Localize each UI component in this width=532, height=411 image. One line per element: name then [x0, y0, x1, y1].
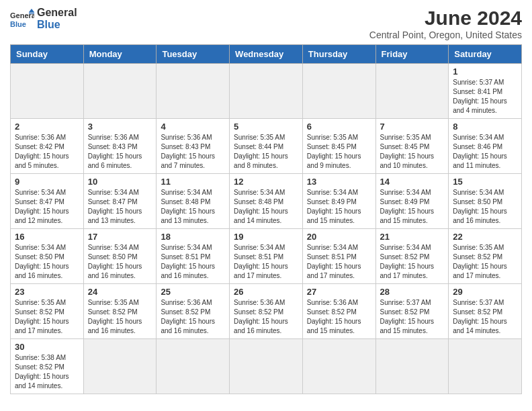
calendar-day-cell: 6Sunrise: 5:35 AM Sunset: 8:45 PM Daylig…	[302, 119, 375, 174]
calendar-day-cell: 17Sunrise: 5:34 AM Sunset: 8:50 PM Dayli…	[83, 229, 157, 284]
column-header-saturday: Saturday	[449, 45, 522, 64]
day-info: Sunrise: 5:34 AM Sunset: 8:50 PM Dayligh…	[88, 243, 152, 281]
generalblue-logo-icon: General Blue	[10, 9, 34, 29]
day-info: Sunrise: 5:34 AM Sunset: 8:48 PM Dayligh…	[161, 188, 225, 226]
title-area: June 2024 Central Point, Oregon, United …	[369, 7, 522, 40]
svg-text:Blue: Blue	[10, 20, 26, 28]
day-info: Sunrise: 5:36 AM Sunset: 8:52 PM Dayligh…	[234, 298, 298, 336]
column-header-thursday: Thursday	[302, 45, 375, 64]
calendar-day-cell: 23Sunrise: 5:35 AM Sunset: 8:52 PM Dayli…	[11, 284, 84, 339]
calendar-day-cell: 22Sunrise: 5:35 AM Sunset: 8:52 PM Dayli…	[449, 229, 522, 284]
day-number: 6	[307, 122, 371, 132]
calendar-day-cell	[302, 64, 375, 119]
day-number: 8	[453, 122, 517, 132]
calendar-week-row: 16Sunrise: 5:34 AM Sunset: 8:50 PM Dayli…	[11, 229, 522, 284]
calendar-day-cell: 14Sunrise: 5:34 AM Sunset: 8:49 PM Dayli…	[375, 174, 449, 229]
day-info: Sunrise: 5:38 AM Sunset: 8:52 PM Dayligh…	[15, 353, 79, 391]
day-number: 15	[453, 177, 517, 187]
calendar-day-cell: 29Sunrise: 5:37 AM Sunset: 8:52 PM Dayli…	[449, 284, 522, 339]
calendar-day-cell: 26Sunrise: 5:36 AM Sunset: 8:52 PM Dayli…	[230, 284, 303, 339]
calendar-day-cell: 3Sunrise: 5:36 AM Sunset: 8:43 PM Daylig…	[83, 119, 157, 174]
calendar-day-cell	[375, 339, 449, 394]
calendar-week-row: 30Sunrise: 5:38 AM Sunset: 8:52 PM Dayli…	[11, 339, 522, 394]
day-info: Sunrise: 5:36 AM Sunset: 8:42 PM Dayligh…	[15, 133, 79, 171]
day-number: 18	[161, 232, 225, 242]
day-number: 5	[234, 122, 298, 132]
svg-marker-3	[29, 12, 34, 14]
calendar-day-cell: 4Sunrise: 5:36 AM Sunset: 8:43 PM Daylig…	[157, 119, 230, 174]
day-number: 22	[453, 232, 517, 242]
logo: General Blue General Blue	[10, 7, 77, 32]
day-number: 21	[380, 232, 445, 242]
calendar-day-cell: 9Sunrise: 5:34 AM Sunset: 8:47 PM Daylig…	[11, 174, 84, 229]
day-number: 19	[234, 232, 298, 242]
day-info: Sunrise: 5:34 AM Sunset: 8:48 PM Dayligh…	[234, 188, 298, 226]
day-info: Sunrise: 5:35 AM Sunset: 8:52 PM Dayligh…	[15, 298, 79, 336]
day-info: Sunrise: 5:35 AM Sunset: 8:44 PM Dayligh…	[234, 133, 298, 171]
calendar-day-cell	[83, 339, 157, 394]
day-number: 24	[88, 287, 152, 297]
calendar-day-cell	[449, 339, 522, 394]
calendar-day-cell	[375, 64, 449, 119]
calendar-day-cell	[157, 64, 230, 119]
day-info: Sunrise: 5:34 AM Sunset: 8:51 PM Dayligh…	[307, 243, 371, 281]
column-header-monday: Monday	[83, 45, 157, 64]
column-header-friday: Friday	[375, 45, 449, 64]
calendar-week-row: 9Sunrise: 5:34 AM Sunset: 8:47 PM Daylig…	[11, 174, 522, 229]
calendar-day-cell: 28Sunrise: 5:37 AM Sunset: 8:52 PM Dayli…	[375, 284, 449, 339]
day-number: 2	[15, 122, 79, 132]
calendar-day-cell: 27Sunrise: 5:36 AM Sunset: 8:52 PM Dayli…	[302, 284, 375, 339]
day-number: 4	[161, 122, 225, 132]
calendar-day-cell	[230, 339, 303, 394]
day-info: Sunrise: 5:34 AM Sunset: 8:50 PM Dayligh…	[453, 188, 517, 226]
day-number: 1	[453, 66, 517, 77]
column-header-tuesday: Tuesday	[157, 45, 230, 64]
day-info: Sunrise: 5:34 AM Sunset: 8:47 PM Dayligh…	[88, 188, 152, 226]
day-number: 17	[88, 232, 152, 242]
calendar-day-cell: 16Sunrise: 5:34 AM Sunset: 8:50 PM Dayli…	[11, 229, 84, 284]
day-number: 27	[307, 287, 371, 297]
calendar-day-cell: 12Sunrise: 5:34 AM Sunset: 8:48 PM Dayli…	[230, 174, 303, 229]
day-info: Sunrise: 5:36 AM Sunset: 8:52 PM Dayligh…	[307, 298, 371, 336]
day-info: Sunrise: 5:34 AM Sunset: 8:49 PM Dayligh…	[380, 188, 445, 226]
day-number: 25	[161, 287, 225, 297]
calendar-day-cell: 25Sunrise: 5:36 AM Sunset: 8:52 PM Dayli…	[157, 284, 230, 339]
calendar-day-cell: 1Sunrise: 5:37 AM Sunset: 8:41 PM Daylig…	[449, 64, 522, 119]
day-number: 12	[234, 177, 298, 187]
column-header-wednesday: Wednesday	[230, 45, 303, 64]
day-info: Sunrise: 5:36 AM Sunset: 8:52 PM Dayligh…	[161, 298, 225, 336]
calendar-subtitle: Central Point, Oregon, United States	[369, 30, 522, 40]
svg-marker-2	[29, 9, 34, 12]
logo-blue: Blue	[37, 19, 77, 31]
calendar-day-cell: 10Sunrise: 5:34 AM Sunset: 8:47 PM Dayli…	[83, 174, 157, 229]
calendar-day-cell: 19Sunrise: 5:34 AM Sunset: 8:51 PM Dayli…	[230, 229, 303, 284]
calendar-day-cell: 20Sunrise: 5:34 AM Sunset: 8:51 PM Dayli…	[302, 229, 375, 284]
day-number: 28	[380, 287, 445, 297]
day-number: 7	[380, 122, 445, 132]
day-number: 20	[307, 232, 371, 242]
day-info: Sunrise: 5:34 AM Sunset: 8:50 PM Dayligh…	[15, 243, 79, 281]
calendar-day-cell: 24Sunrise: 5:35 AM Sunset: 8:52 PM Dayli…	[83, 284, 157, 339]
day-number: 9	[15, 177, 79, 187]
calendar-day-cell	[157, 339, 230, 394]
calendar-day-cell	[230, 64, 303, 119]
day-info: Sunrise: 5:35 AM Sunset: 8:45 PM Dayligh…	[307, 133, 371, 171]
day-info: Sunrise: 5:37 AM Sunset: 8:41 PM Dayligh…	[453, 78, 517, 116]
calendar-day-cell: 11Sunrise: 5:34 AM Sunset: 8:48 PM Dayli…	[157, 174, 230, 229]
calendar-day-cell: 18Sunrise: 5:34 AM Sunset: 8:51 PM Dayli…	[157, 229, 230, 284]
day-info: Sunrise: 5:34 AM Sunset: 8:51 PM Dayligh…	[234, 243, 298, 281]
day-number: 23	[15, 287, 79, 297]
calendar-day-cell	[11, 64, 84, 119]
calendar-table: SundayMondayTuesdayWednesdayThursdayFrid…	[10, 44, 522, 394]
calendar-day-cell: 21Sunrise: 5:34 AM Sunset: 8:52 PM Dayli…	[375, 229, 449, 284]
calendar-day-cell: 2Sunrise: 5:36 AM Sunset: 8:42 PM Daylig…	[11, 119, 84, 174]
calendar-day-cell: 8Sunrise: 5:34 AM Sunset: 8:46 PM Daylig…	[449, 119, 522, 174]
day-info: Sunrise: 5:35 AM Sunset: 8:52 PM Dayligh…	[88, 298, 152, 336]
day-number: 16	[15, 232, 79, 242]
day-info: Sunrise: 5:34 AM Sunset: 8:51 PM Dayligh…	[161, 243, 225, 281]
calendar-day-cell: 30Sunrise: 5:38 AM Sunset: 8:52 PM Dayli…	[11, 339, 84, 394]
calendar-day-cell: 15Sunrise: 5:34 AM Sunset: 8:50 PM Dayli…	[449, 174, 522, 229]
calendar-week-row: 1Sunrise: 5:37 AM Sunset: 8:41 PM Daylig…	[11, 64, 522, 119]
day-info: Sunrise: 5:37 AM Sunset: 8:52 PM Dayligh…	[380, 298, 445, 336]
calendar-header: General Blue General Blue June 2024 Cent…	[10, 7, 522, 40]
